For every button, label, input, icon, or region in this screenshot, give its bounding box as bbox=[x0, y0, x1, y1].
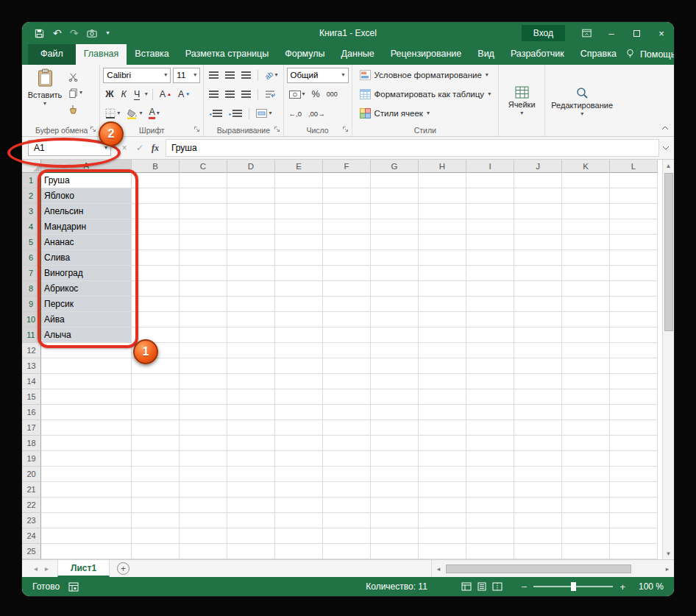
cell-H17[interactable] bbox=[419, 420, 466, 436]
cell-I25[interactable] bbox=[466, 544, 514, 559]
cell-I20[interactable] bbox=[466, 467, 514, 482]
cell-F10[interactable] bbox=[323, 312, 371, 328]
cell-A14[interactable] bbox=[41, 374, 132, 389]
align-top-button[interactable] bbox=[207, 68, 221, 82]
cell-F19[interactable] bbox=[323, 451, 371, 467]
cell-K11[interactable] bbox=[562, 328, 610, 343]
increase-font-size-button[interactable]: А▲ bbox=[157, 88, 174, 101]
cell-B12[interactable] bbox=[132, 343, 180, 358]
cell-I13[interactable] bbox=[466, 358, 514, 374]
cell-I14[interactable] bbox=[466, 374, 514, 389]
cell-L11[interactable] bbox=[610, 328, 658, 343]
italic-button[interactable]: К bbox=[118, 88, 129, 101]
cell-L3[interactable] bbox=[610, 204, 658, 219]
cell-A25[interactable] bbox=[41, 544, 132, 559]
cell-B15[interactable] bbox=[132, 389, 180, 405]
cell-C11[interactable] bbox=[180, 328, 227, 343]
row-header-2[interactable]: 2 bbox=[22, 188, 41, 204]
cell-L1[interactable] bbox=[610, 173, 658, 188]
cell-G10[interactable] bbox=[371, 312, 419, 328]
cell-L2[interactable] bbox=[610, 188, 658, 204]
next-sheet-icon[interactable]: ▸ bbox=[45, 564, 49, 573]
insert-function-icon[interactable]: fx bbox=[148, 143, 163, 154]
cell-D9[interactable] bbox=[227, 297, 275, 312]
cell-E14[interactable] bbox=[275, 374, 323, 389]
cell-I17[interactable] bbox=[466, 420, 514, 436]
cell-D12[interactable] bbox=[227, 343, 275, 358]
cell-E15[interactable] bbox=[275, 389, 323, 405]
cell-F14[interactable] bbox=[323, 374, 371, 389]
cell-G17[interactable] bbox=[371, 420, 419, 436]
cell-F2[interactable] bbox=[323, 188, 371, 204]
help-me-button[interactable]: Помощь bbox=[640, 49, 674, 60]
cell-G22[interactable] bbox=[371, 498, 419, 513]
cell-K23[interactable] bbox=[562, 513, 610, 528]
cell-L23[interactable] bbox=[610, 513, 658, 528]
cell-D17[interactable] bbox=[227, 420, 275, 436]
cell-I12[interactable] bbox=[466, 343, 514, 358]
cell-D6[interactable] bbox=[227, 250, 275, 266]
cell-E10[interactable] bbox=[275, 312, 323, 328]
cell-G21[interactable] bbox=[371, 482, 419, 498]
cell-B7[interactable] bbox=[132, 266, 180, 281]
expand-formula-bar-icon[interactable] bbox=[659, 146, 672, 150]
cell-H7[interactable] bbox=[419, 266, 466, 281]
cell-D8[interactable] bbox=[227, 281, 275, 297]
cell-K4[interactable] bbox=[562, 219, 610, 235]
cell-A20[interactable] bbox=[41, 467, 132, 482]
cell-L14[interactable] bbox=[610, 374, 658, 389]
cell-C3[interactable] bbox=[180, 204, 227, 219]
cell-B14[interactable] bbox=[132, 374, 180, 389]
cell-K16[interactable] bbox=[562, 405, 610, 420]
cell-C25[interactable] bbox=[180, 544, 227, 559]
cell-K3[interactable] bbox=[562, 204, 610, 219]
cell-B24[interactable] bbox=[132, 528, 180, 544]
cell-A12[interactable] bbox=[41, 343, 132, 358]
cell-J17[interactable] bbox=[514, 420, 562, 436]
enter-check-icon[interactable]: ✓ bbox=[132, 143, 147, 153]
cell-B3[interactable] bbox=[132, 204, 180, 219]
close-button[interactable]: × bbox=[649, 22, 674, 44]
cell-A21[interactable] bbox=[41, 482, 132, 498]
cell-H19[interactable] bbox=[419, 451, 466, 467]
cell-L5[interactable] bbox=[610, 235, 658, 250]
cell-I1[interactable] bbox=[466, 173, 514, 188]
cell-G19[interactable] bbox=[371, 451, 419, 467]
tab-view[interactable]: Вид bbox=[469, 44, 503, 65]
cell-H18[interactable] bbox=[419, 436, 466, 451]
column-header-G[interactable]: G bbox=[371, 160, 419, 173]
cell-D13[interactable] bbox=[227, 358, 275, 374]
cell-G12[interactable] bbox=[371, 343, 419, 358]
row-header-6[interactable]: 6 bbox=[22, 250, 41, 266]
cell-K7[interactable] bbox=[562, 266, 610, 281]
cell-A5[interactable]: Ананас bbox=[41, 235, 132, 250]
cell-H1[interactable] bbox=[419, 173, 466, 188]
cell-H9[interactable] bbox=[419, 297, 466, 312]
cell-G23[interactable] bbox=[371, 513, 419, 528]
cell-A16[interactable] bbox=[41, 405, 132, 420]
cell-A7[interactable]: Виноград bbox=[41, 266, 132, 281]
cell-D20[interactable] bbox=[227, 467, 275, 482]
cell-B13[interactable] bbox=[132, 358, 180, 374]
wrap-text-button[interactable] bbox=[263, 88, 277, 101]
cell-A19[interactable] bbox=[41, 451, 132, 467]
column-header-D[interactable]: D bbox=[227, 160, 275, 173]
row-header-21[interactable]: 21 bbox=[22, 482, 41, 498]
cell-J1[interactable] bbox=[514, 173, 562, 188]
cell-K8[interactable] bbox=[562, 281, 610, 297]
cell-F16[interactable] bbox=[323, 405, 371, 420]
decrease-indent-button[interactable]: ◂ bbox=[207, 107, 224, 120]
cell-D11[interactable] bbox=[227, 328, 275, 343]
paste-button[interactable]: Вставить ▾ bbox=[26, 66, 63, 124]
cell-I22[interactable] bbox=[466, 498, 514, 513]
cell-B19[interactable] bbox=[132, 451, 180, 467]
increase-decimal-button[interactable]: ←,0 bbox=[287, 107, 304, 120]
cell-B4[interactable] bbox=[132, 219, 180, 235]
column-header-I[interactable]: I bbox=[466, 160, 514, 173]
orientation-button[interactable]: ab ▾ bbox=[263, 68, 280, 82]
cell-I3[interactable] bbox=[466, 204, 514, 219]
cell-D18[interactable] bbox=[227, 436, 275, 451]
cell-L22[interactable] bbox=[610, 498, 658, 513]
cell-F20[interactable] bbox=[323, 467, 371, 482]
cell-K21[interactable] bbox=[562, 482, 610, 498]
